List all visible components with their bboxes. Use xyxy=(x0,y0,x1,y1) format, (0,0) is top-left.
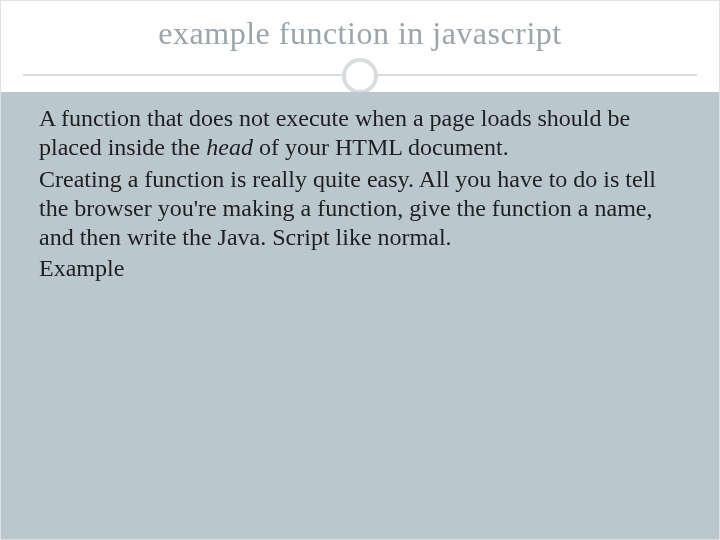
divider-circle-icon xyxy=(342,58,378,94)
paragraph-1-emphasis: head xyxy=(206,134,253,160)
slide-title: example function in javascript xyxy=(11,15,709,52)
paragraph-1-part-b: of your HTML document. xyxy=(253,134,509,160)
slide-body: A function that does not execute when a … xyxy=(1,92,719,539)
paragraph-2: Creating a function is really quite easy… xyxy=(39,165,681,253)
paragraph-1: A function that does not execute when a … xyxy=(39,104,681,163)
paragraph-3: Example xyxy=(39,254,681,283)
slide: example function in javascript A functio… xyxy=(0,0,720,540)
